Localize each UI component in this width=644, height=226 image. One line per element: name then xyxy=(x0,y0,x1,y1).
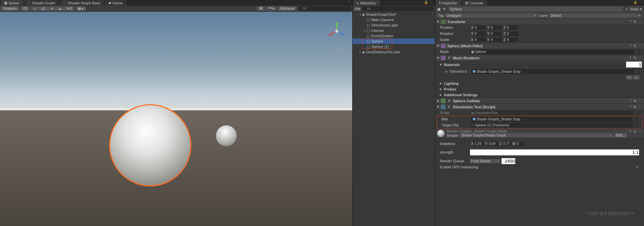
expand-triangle[interactable]: ▾ xyxy=(437,44,439,48)
scale-y-input[interactable] xyxy=(490,38,502,42)
preset-icon[interactable]: ⇆ xyxy=(633,99,636,103)
renderqueue-dropdown[interactable]: From Shader xyxy=(470,159,500,163)
gameobject-name-input[interactable] xyxy=(449,7,623,11)
preset-icon[interactable]: ⇆ xyxy=(633,129,636,134)
context-menu[interactable]: ⋮ xyxy=(639,0,643,4)
hierarchy-search-input[interactable] xyxy=(362,6,433,11)
gizmos-dropdown[interactable]: Gizmos▾ xyxy=(278,6,296,11)
materials-count-input[interactable] xyxy=(626,61,642,68)
sky-toggle[interactable]: ☁ xyxy=(56,6,64,11)
sphere-selected[interactable] xyxy=(109,104,191,186)
enabled-checkbox[interactable] xyxy=(447,56,451,60)
mesh-field[interactable]: ▦Sphere xyxy=(470,49,639,54)
help-icon[interactable]: ? xyxy=(629,44,631,48)
context-menu[interactable]: ⋮ xyxy=(638,19,642,24)
hierarchy-item-selected[interactable]: ▢Sphere xyxy=(353,39,435,44)
sphere-secondary[interactable] xyxy=(216,125,237,146)
context-menu[interactable]: ⋮ xyxy=(638,56,642,60)
targetpos-x-input[interactable] xyxy=(474,142,484,146)
orientation-gizmo[interactable]: y z xyxy=(327,22,346,41)
tab-inspector[interactable]: ℹInspector xyxy=(436,0,461,6)
gizmo-vis-toggle[interactable]: 👁0 xyxy=(64,6,74,11)
tab-shadergraph[interactable]: ⬚Shader Graph xyxy=(24,0,59,6)
preset-icon[interactable]: ⇆ xyxy=(633,19,636,24)
rotation-x-input[interactable] xyxy=(474,32,486,36)
help-icon[interactable]: ? xyxy=(629,129,631,134)
object-picker-icon[interactable] xyxy=(633,123,636,127)
scene-search-input[interactable] xyxy=(298,6,352,11)
scene-root-row[interactable]: ▸◈DontDestroyOnLoad xyxy=(353,49,435,55)
expand-triangle[interactable]: ▸ xyxy=(437,99,439,103)
targetpos-z-input[interactable] xyxy=(502,142,512,146)
meshrenderer-header[interactable]: ▾Mesh Renderer?⇆⋮ xyxy=(435,55,644,61)
shader-dropdown[interactable]: Shader Graphs/Shader Graph xyxy=(460,133,612,137)
renderqueue-input[interactable] xyxy=(501,158,515,164)
grid-toggle[interactable]: ▦ ▾ xyxy=(76,6,86,11)
meshfilter-header[interactable]: ▾Sphere (Mesh Filter)?⇆⋮ xyxy=(435,43,644,49)
preset-icon[interactable]: ⇆ xyxy=(633,56,636,60)
object-picker-icon[interactable] xyxy=(633,117,636,121)
view-2d-toggle[interactable]: 2D xyxy=(20,6,30,11)
expand-triangle[interactable]: ▾ xyxy=(359,13,362,16)
fx-toggle[interactable]: ✦ xyxy=(48,6,56,11)
object-picker-icon[interactable] xyxy=(635,70,638,73)
lock-icon[interactable]: 🔒 xyxy=(424,0,428,4)
hierarchy-item[interactable]: ▢Main Camera xyxy=(353,17,435,22)
lock-icon[interactable]: 🔒 xyxy=(633,0,637,4)
camera-dropdown[interactable]: 📷▾ xyxy=(266,6,277,11)
targetpos-w-input[interactable] xyxy=(516,142,524,146)
expand-triangle[interactable]: ▸ xyxy=(440,81,442,86)
enabled-checkbox[interactable] xyxy=(447,99,451,103)
audio-toggle[interactable]: 🔊 xyxy=(39,6,48,11)
context-menu[interactable]: ⋮ xyxy=(430,12,434,16)
expand-triangle[interactable]: ▾ xyxy=(437,56,439,60)
context-menu[interactable]: ⋮ xyxy=(638,99,642,103)
hierarchy-item[interactable]: ▢Sphere (1) xyxy=(353,44,435,49)
perspective-label[interactable]: ◁ Persp xyxy=(332,47,345,51)
tag-dropdown[interactable]: Untagged xyxy=(445,13,537,18)
context-menu[interactable]: ⋮ xyxy=(638,129,642,134)
tab-game[interactable]: ▰Game xyxy=(105,0,127,6)
context-menu[interactable]: ⋮ xyxy=(638,105,642,109)
hierarchy-item[interactable]: ▢EventSystem xyxy=(353,33,435,39)
tab-context-menu[interactable]: ⋮ xyxy=(348,0,352,4)
expand-triangle[interactable]: ▾ xyxy=(437,19,439,24)
expand-triangle[interactable]: ▸ xyxy=(440,93,442,97)
lighting-toggle[interactable]: ☼ xyxy=(31,6,39,11)
object-picker-icon[interactable] xyxy=(635,50,638,53)
expand-triangle[interactable]: ▸ xyxy=(359,51,362,54)
remove-button[interactable]: − xyxy=(633,75,639,79)
drag-handle-icon[interactable]: ≡ xyxy=(445,69,447,73)
create-dropdown[interactable]: +▾ xyxy=(354,7,361,11)
shading-mode-dropdown[interactable]: Shaded▾ xyxy=(1,6,19,11)
probes-foldout[interactable]: ▸Probes xyxy=(435,86,644,92)
scale-x-input[interactable] xyxy=(474,38,486,42)
scene-viewport[interactable]: y z ◁ Persp xyxy=(0,12,352,226)
tab-shadergraph-back[interactable]: ⬚Shader Graph Back xyxy=(60,0,104,6)
context-menu[interactable]: ⋮ xyxy=(638,44,642,48)
gpu-instancing-checkbox[interactable] xyxy=(635,165,639,169)
expand-triangle[interactable]: ▸ xyxy=(440,87,442,91)
position-z-input[interactable] xyxy=(506,25,518,30)
additional-foldout[interactable]: ▸Additional Settings xyxy=(435,92,644,98)
mat-field[interactable]: Shader Graphs_Shader Grap xyxy=(471,117,638,122)
position-y-input[interactable] xyxy=(490,25,502,30)
position-x-input[interactable] xyxy=(474,25,486,30)
hierarchy-item[interactable]: ▸▢Canvas xyxy=(353,28,435,33)
transform-header[interactable]: ▾ Transform ?⇆⋮ xyxy=(435,18,644,24)
tools-icon[interactable]: 🛠 xyxy=(257,6,265,11)
enabled-checkbox[interactable] xyxy=(447,105,451,109)
expand-triangle[interactable]: ▾ xyxy=(440,62,442,67)
rotation-z-input[interactable] xyxy=(506,32,518,36)
tab-hierarchy[interactable]: ≡Hierarchy xyxy=(353,0,380,6)
targetpos-y-input[interactable] xyxy=(488,142,498,146)
scale-z-input[interactable] xyxy=(506,38,518,42)
target-field[interactable]: ⭑Sphere (1) (Transform) xyxy=(471,123,638,128)
static-checkbox[interactable] xyxy=(625,7,629,11)
help-icon[interactable]: ? xyxy=(629,56,631,60)
spherecollider-header[interactable]: ▸Sphere Collider?⇆⋮ xyxy=(435,98,644,104)
strength-input[interactable] xyxy=(470,149,639,156)
expand-triangle[interactable]: ▾ xyxy=(437,105,439,109)
preset-icon[interactable]: ⇆ xyxy=(633,44,636,48)
help-icon[interactable]: ? xyxy=(629,99,631,103)
